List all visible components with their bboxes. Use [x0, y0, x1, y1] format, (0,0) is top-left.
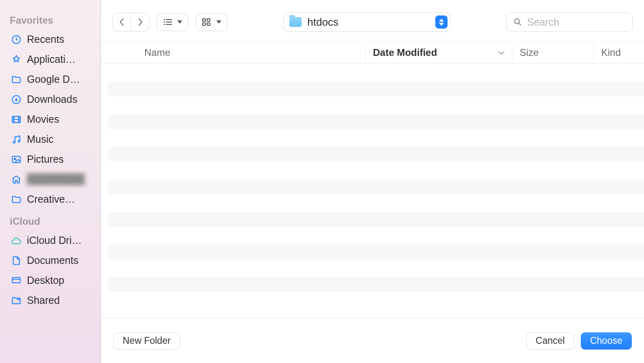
search-input[interactable] — [526, 16, 626, 29]
current-folder-select[interactable]: htdocs — [283, 12, 450, 32]
sidebar-item-label: Creative… — [27, 193, 75, 205]
svg-point-11 — [164, 22, 165, 23]
column-name[interactable]: Name — [137, 42, 365, 63]
download-icon — [11, 94, 22, 105]
forward-button[interactable] — [131, 13, 149, 31]
svg-point-13 — [164, 24, 165, 25]
grid-icon — [202, 18, 212, 26]
sidebar-item-icloud-drive[interactable]: iCloud Dri… — [5, 231, 96, 250]
column-size[interactable]: Size — [512, 42, 593, 63]
folder-icon — [11, 74, 22, 85]
column-size-label: Size — [520, 47, 539, 58]
sidebar-item-label: Google D… — [27, 73, 80, 85]
updown-icon — [435, 15, 448, 29]
sidebar-item-label: Documents — [27, 255, 78, 266]
sidebar-item-label: Applicati… — [27, 53, 76, 65]
music-icon — [11, 134, 22, 145]
column-date-modified[interactable]: Date Modified — [365, 42, 512, 63]
svg-rect-7 — [12, 277, 20, 283]
search-field[interactable] — [506, 12, 633, 32]
column-date-label: Date Modified — [373, 47, 437, 58]
sidebar-item-label: Recents — [27, 33, 64, 45]
svg-line-20 — [519, 23, 521, 25]
apps-icon — [11, 54, 22, 65]
footer: New Folder Cancel Choose — [101, 318, 644, 363]
sidebar-item-applications[interactable]: Applicati… — [5, 50, 96, 69]
folder-icon — [289, 17, 302, 27]
group-by-button[interactable] — [196, 13, 227, 31]
column-kind-label: Kind — [601, 47, 621, 58]
chevron-down-icon — [177, 20, 182, 24]
sidebar-item-label: Music — [27, 133, 53, 145]
sidebar-item-creative[interactable]: Creative… — [5, 190, 96, 208]
shared-icon — [11, 295, 22, 306]
home-icon — [11, 174, 22, 185]
list-row-stripe — [108, 82, 644, 96]
file-list[interactable] — [101, 64, 644, 318]
new-folder-button[interactable]: New Folder — [113, 332, 180, 350]
svg-point-4 — [18, 140, 20, 142]
sidebar-item-label: Movies — [27, 113, 59, 125]
list-row-stripe — [108, 212, 644, 227]
back-button[interactable] — [113, 13, 131, 31]
view-as-list-button[interactable] — [157, 13, 188, 31]
sidebar: Favorites Recents Applicati… Google D… D… — [0, 0, 101, 363]
chevron-down-icon — [216, 20, 221, 24]
chevron-down-icon — [498, 51, 505, 55]
svg-rect-17 — [203, 23, 205, 25]
sidebar-item-label: iCloud Dri… — [27, 235, 82, 246]
clock-icon — [11, 34, 22, 45]
main-pane: htdocs Name Date Modified — [101, 0, 644, 363]
sidebar-item-movies[interactable]: Movies — [5, 110, 96, 128]
sidebar-item-google-drive[interactable]: Google D… — [5, 70, 96, 89]
list-row-stripe — [108, 245, 644, 259]
current-folder-label: htdocs — [307, 16, 430, 29]
cancel-button[interactable]: Cancel — [526, 332, 574, 350]
choose-button[interactable]: Choose — [581, 332, 632, 350]
sidebar-item-home[interactable]: ████████ — [5, 170, 96, 188]
sidebar-item-label: Shared — [27, 294, 60, 306]
movies-icon — [11, 114, 22, 125]
sidebar-item-label: ████████ — [27, 173, 85, 185]
column-name-label: Name — [144, 47, 170, 58]
sidebar-item-label: Pictures — [27, 153, 64, 165]
sidebar-item-documents[interactable]: Documents — [5, 251, 96, 270]
column-header: Name Date Modified Size Kind — [101, 42, 644, 64]
list-row-stripe — [108, 147, 644, 162]
nav-back-forward — [112, 13, 149, 31]
file-picker-window: Favorites Recents Applicati… Google D… D… — [0, 0, 644, 363]
sidebar-section-favorites: Favorites — [3, 9, 97, 29]
list-icon — [163, 18, 172, 26]
sidebar-item-recents[interactable]: Recents — [5, 30, 96, 49]
pictures-icon — [11, 154, 22, 165]
list-row-stripe — [108, 114, 644, 129]
desktop-icon — [11, 275, 22, 286]
svg-rect-15 — [203, 19, 205, 21]
folder-icon — [11, 194, 22, 205]
svg-point-3 — [13, 141, 15, 143]
list-row-stripe — [108, 277, 644, 292]
toolbar: htdocs — [101, 0, 644, 42]
sidebar-item-music[interactable]: Music — [5, 130, 96, 148]
svg-rect-18 — [207, 23, 210, 25]
svg-rect-16 — [207, 19, 210, 21]
list-row-stripe — [108, 179, 644, 194]
svg-point-9 — [164, 19, 165, 20]
sidebar-item-label: Desktop — [27, 274, 64, 286]
column-kind[interactable]: Kind — [593, 42, 644, 63]
sidebar-item-desktop[interactable]: Desktop — [5, 271, 96, 290]
sidebar-section-icloud: iCloud — [3, 210, 97, 230]
sidebar-item-label: Downloads — [27, 93, 77, 105]
search-icon — [513, 18, 522, 27]
cloud-icon — [11, 235, 22, 246]
document-icon — [11, 255, 22, 266]
sidebar-item-downloads[interactable]: Downloads — [5, 90, 96, 108]
svg-point-6 — [14, 158, 16, 159]
sidebar-item-shared[interactable]: Shared — [5, 291, 96, 310]
sidebar-item-pictures[interactable]: Pictures — [5, 150, 96, 168]
